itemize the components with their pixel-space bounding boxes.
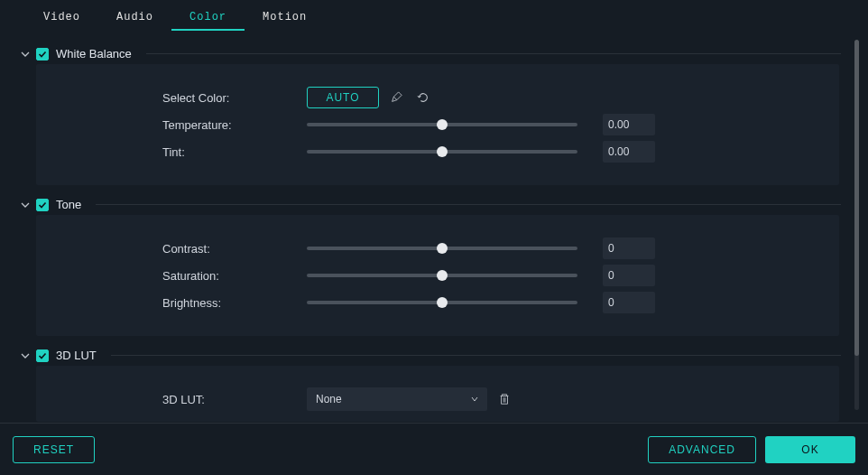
chevron-down-icon [471, 396, 478, 403]
chevron-down-icon[interactable] [20, 49, 31, 60]
slider-tint[interactable] [307, 150, 577, 154]
advanced-button[interactable]: ADVANCED [648, 436, 756, 463]
input-brightness[interactable] [603, 292, 655, 313]
content-scroll: White Balance Select Color: AUTO Tempera… [0, 31, 850, 423]
input-contrast[interactable] [603, 238, 655, 259]
section-white-balance: White Balance Select Color: AUTO Tempera… [0, 34, 850, 185]
select-value: None [316, 393, 342, 405]
section-body-tone: Contrast: Saturation: Brightness: [36, 215, 839, 336]
chevron-down-icon[interactable] [20, 350, 31, 361]
scrollbar-thumb[interactable] [854, 40, 859, 356]
checkbox-tone[interactable] [36, 199, 49, 211]
slider-brightness[interactable] [307, 301, 577, 304]
section-divider [111, 355, 841, 356]
row-3d-lut: 3D LUT: None [162, 386, 821, 413]
row-tint: Tint: [162, 138, 821, 165]
label-saturation: Saturation: [162, 269, 307, 283]
auto-button[interactable]: AUTO [307, 87, 379, 108]
slider-temperature[interactable] [307, 123, 577, 126]
label-3d-lut: 3D LUT: [162, 393, 307, 406]
reset-button[interactable]: RESET [13, 436, 95, 463]
ok-button[interactable]: OK [765, 436, 855, 463]
section-title: Tone [56, 198, 81, 211]
section-body-3d-lut: 3D LUT: None [36, 366, 839, 422]
input-temperature[interactable] [603, 114, 655, 135]
eyedropper-icon[interactable] [386, 88, 406, 107]
tabs-bar: Video Audio Color Motion [0, 0, 868, 31]
row-select-color: Select Color: AUTO [162, 84, 821, 111]
slider-thumb[interactable] [437, 270, 448, 281]
label-select-color: Select Color: [162, 91, 307, 105]
footer-right: ADVANCED OK [648, 436, 855, 463]
input-tint[interactable] [603, 141, 655, 163]
section-divider [96, 204, 841, 205]
tab-color[interactable]: Color [171, 7, 245, 31]
label-temperature: Temperature: [162, 118, 307, 132]
slider-contrast[interactable] [307, 247, 577, 250]
label-tint: Tint: [162, 145, 307, 159]
checkbox-3d-lut[interactable] [36, 349, 49, 362]
row-brightness: Brightness: [162, 289, 821, 316]
label-brightness: Brightness: [162, 296, 307, 310]
section-header-tone: Tone [20, 198, 850, 211]
slider-thumb[interactable] [437, 297, 448, 308]
section-title: White Balance [56, 47, 132, 61]
row-contrast: Contrast: [162, 235, 821, 262]
section-3d-lut: 3D LUT 3D LUT: None [0, 336, 850, 422]
row-saturation: Saturation: [162, 262, 821, 289]
scrollbar[interactable] [854, 40, 859, 410]
input-saturation[interactable] [603, 265, 655, 286]
section-title: 3D LUT [56, 349, 97, 362]
label-contrast: Contrast: [162, 242, 307, 256]
slider-thumb[interactable] [437, 146, 448, 157]
slider-thumb[interactable] [437, 119, 448, 130]
tab-motion[interactable]: Motion [245, 7, 325, 31]
chevron-down-icon[interactable] [20, 200, 31, 210]
checkbox-white-balance[interactable] [36, 48, 49, 61]
select-3d-lut[interactable]: None [307, 387, 487, 411]
slider-thumb[interactable] [437, 243, 448, 254]
section-header-3d-lut: 3D LUT [20, 349, 850, 362]
tab-audio[interactable]: Audio [98, 7, 171, 31]
section-body-white-balance: Select Color: AUTO Temperature: [36, 64, 839, 185]
slider-saturation[interactable] [307, 274, 577, 277]
trash-icon[interactable] [494, 389, 514, 409]
tab-video[interactable]: Video [25, 7, 98, 31]
footer: RESET ADVANCED OK [0, 423, 868, 475]
section-divider [146, 53, 841, 54]
reset-icon[interactable] [413, 88, 433, 107]
section-header-white-balance: White Balance [20, 47, 850, 61]
section-tone: Tone Contrast: Saturation: Brightness: [0, 185, 850, 336]
row-temperature: Temperature: [162, 111, 821, 138]
